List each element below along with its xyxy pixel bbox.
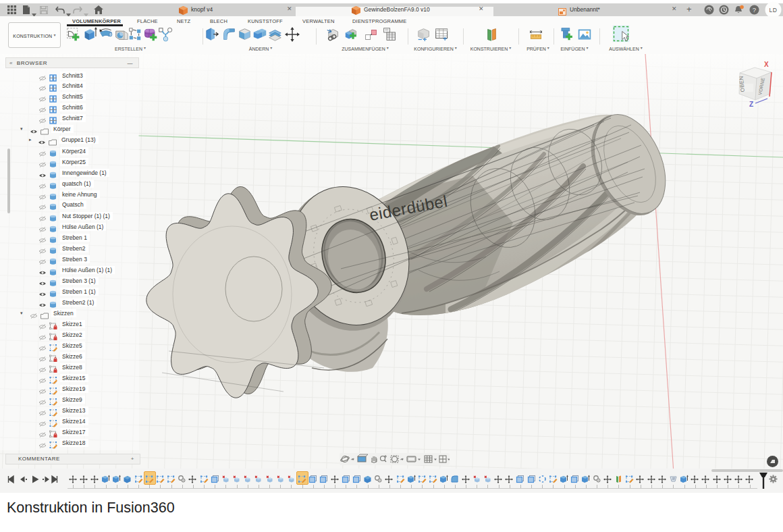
svg-text:X: X: [764, 61, 769, 68]
svg-text:Z: Z: [749, 101, 753, 108]
svg-text:?: ?: [753, 6, 756, 14]
svg-text:LD: LD: [770, 7, 778, 14]
